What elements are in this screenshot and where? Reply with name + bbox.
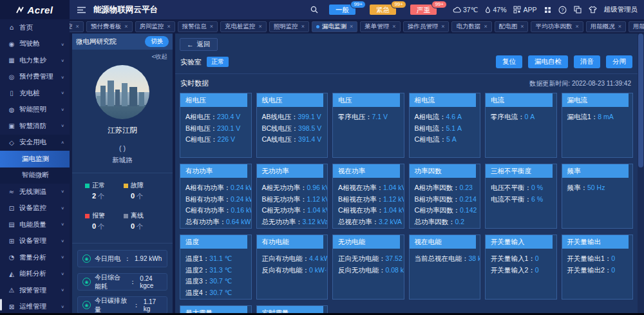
- sidebar-item[interactable]: ◇安全用电∧: [0, 135, 70, 151]
- status-count-label: 报警: [85, 211, 124, 220]
- theme-shirt-icon[interactable]: [589, 6, 597, 14]
- help-icon[interactable]: ?: [558, 6, 567, 14]
- alarm-badges: 一般99+紧急99+严重99+: [329, 5, 437, 15]
- tab-close-icon[interactable]: ×: [124, 23, 128, 30]
- tab[interactable]: 用能报表×: [629, 21, 644, 32]
- sidebar-item[interactable]: ▤电能质量∨: [0, 216, 70, 233]
- app-qr[interactable]: APP: [513, 6, 536, 14]
- action-button[interactable]: 复位: [496, 55, 522, 68]
- metric-value: 0.16 kW: [231, 206, 252, 214]
- metric-value: 230.1 V: [217, 124, 240, 132]
- sidebar-item[interactable]: ⊞设备管理∨: [0, 233, 70, 250]
- metric-row: C相视在功率：1.04 kVA: [338, 205, 399, 216]
- fullscreen-icon[interactable]: [544, 6, 551, 14]
- metric-row: C相电流：5 A: [415, 134, 475, 146]
- device-status-badge: 正常: [207, 57, 229, 67]
- metric-card-body: A相功率因数：0.23B相功率因数：0.214C相功率因数：0.142总功率因数…: [410, 178, 480, 229]
- tab[interactable]: 漏电监测×: [312, 21, 357, 32]
- tab-close-icon[interactable]: ×: [350, 23, 353, 30]
- vertical-scrollbar[interactable]: [638, 33, 644, 313]
- metric-card-title: 视在功率: [333, 164, 400, 178]
- switch-site-button[interactable]: 切换: [145, 36, 169, 47]
- metric-row: A相有功功率：0.24 kW: [185, 182, 246, 194]
- vertical-scrollbar-thumb[interactable]: [638, 33, 643, 167]
- status-label-text: 报警: [92, 211, 105, 220]
- sidebar-item[interactable]: ▦电力集抄∨: [0, 52, 70, 69]
- copy-pages-icon[interactable]: [574, 6, 582, 14]
- tab-close-icon[interactable]: ×: [210, 23, 213, 30]
- tab-close-icon[interactable]: ×: [520, 23, 524, 30]
- sidebar-item[interactable]: ◎预付费管理∨: [0, 69, 70, 86]
- tab-close-icon[interactable]: ×: [76, 23, 79, 30]
- tab-close-icon[interactable]: ×: [259, 23, 262, 30]
- metric-card: 相电流A相电流：4.6 AB相电流：5.1 AC相电流：5 A: [409, 93, 481, 158]
- metric-value: 0: [535, 266, 539, 274]
- metric-row: 总有功功率：0.64 kW: [185, 216, 246, 228]
- sidebar-item[interactable]: ◍智能照明∨: [0, 102, 70, 119]
- metric-card-title: 开关量输入: [486, 235, 553, 249]
- sidebar-scrollbar-thumb[interactable]: [0, 299, 2, 310]
- tab[interactable]: 配电图×: [495, 21, 529, 32]
- sidebar-item[interactable]: ⚠报警管理∨: [0, 282, 70, 299]
- metric-label: A相电流: [415, 113, 440, 120]
- alarm-badge[interactable]: 严重99+: [410, 5, 437, 15]
- tab-close-icon[interactable]: ×: [392, 23, 395, 30]
- sidebar-item[interactable]: ⊡设备监控∨: [0, 200, 70, 217]
- metric-value: 0 kW·h: [309, 266, 328, 274]
- tab-close-icon[interactable]: ×: [575, 23, 578, 30]
- sidebar-item[interactable]: ▣智慧消防∨: [0, 118, 70, 135]
- sidebar-item[interactable]: ⊠运维管理∨: [0, 299, 70, 315]
- collapse-panel-link[interactable]: <收起: [72, 50, 173, 61]
- tab[interactable]: 电力数据×: [451, 21, 491, 32]
- tab[interactable]: 报警信息×: [178, 21, 218, 32]
- menu-fold-icon[interactable]: [77, 6, 86, 14]
- tab[interactable]: 菜单管理×: [360, 21, 400, 32]
- sidebar-subitem[interactable]: 漏电监测: [0, 151, 70, 167]
- metric-label: A相无功功率: [262, 184, 301, 191]
- action-button[interactable]: 漏电自检: [528, 55, 568, 68]
- alarm-badge[interactable]: 一般99+: [329, 5, 355, 15]
- metric-label: C相有功功率: [185, 206, 224, 214]
- metric-separator: ：: [292, 124, 299, 132]
- status-count-label: 正常: [85, 181, 124, 190]
- status-count-unit: 个: [98, 223, 104, 230]
- alarm-badge[interactable]: 紧急99+: [370, 5, 396, 15]
- search-icon[interactable]: [310, 6, 318, 14]
- sidebar-item[interactable]: ⌂首页: [0, 19, 70, 36]
- metric-card: 有功功率A相有功功率：0.24 kWB相有功功率：0.24 kWC相有功功率：0…: [180, 164, 252, 229]
- today-stat-sep: ：: [124, 254, 131, 263]
- tab-close-icon[interactable]: ×: [618, 23, 621, 30]
- tab-close-icon[interactable]: ×: [167, 23, 171, 30]
- tab[interactable]: 操作员管理×: [403, 21, 450, 32]
- back-button[interactable]: ←返回: [180, 38, 218, 51]
- sidebar-item[interactable]: ≈无线测温∨: [0, 184, 70, 200]
- sidebar-subitem[interactable]: 智能微断: [0, 167, 70, 184]
- sidebar-item[interactable]: ◉驾驶舱∨: [0, 36, 70, 53]
- metric-value: 398.5 V: [298, 124, 321, 132]
- sidebar-item[interactable]: ▯充电桩∨: [0, 85, 70, 102]
- tab[interactable]: 平均功率因数×: [531, 21, 583, 32]
- sidebar-item[interactable]: ◔需量分析∨: [0, 249, 70, 266]
- metric-label: B相电流: [415, 124, 440, 132]
- metric-label: 总有功功率: [185, 218, 220, 225]
- tab[interactable]: 控×: [70, 21, 84, 32]
- tab[interactable]: 照明监控×: [269, 21, 309, 32]
- tab-close-icon[interactable]: ×: [441, 23, 444, 30]
- tab[interactable]: 预付费看板×: [86, 21, 133, 32]
- action-button[interactable]: 分闸: [606, 55, 632, 68]
- tab[interactable]: 充电桩监控×: [220, 21, 267, 32]
- sidebar-item-label: 电能质量: [19, 220, 46, 229]
- tab-close-icon[interactable]: ×: [484, 23, 487, 30]
- metric-row: CA线电压：391.4 V: [262, 134, 323, 146]
- metric-value: 1.04 kVA: [383, 184, 404, 191]
- current-user[interactable]: 超级管理员: [604, 5, 638, 14]
- sidebar-item-label: 需量分析: [19, 253, 46, 262]
- tab[interactable]: 房间监控×: [135, 21, 175, 32]
- metric-card-body: 温度1：31.1 ℃温度2：31.3 ℃温度3：30.7 ℃温度4：30.7 ℃: [180, 249, 251, 300]
- tab-close-icon[interactable]: ×: [301, 23, 305, 30]
- sidebar-item[interactable]: ◭能耗分析∨: [0, 266, 70, 283]
- metric-card: 相电压A相电压：230.4 VB相电压：230.1 VC相电压：226 V: [180, 93, 252, 158]
- metric-card: 视在电能当前总视在电能：38 kW·h: [409, 234, 481, 300]
- tab[interactable]: 用能概况×: [586, 21, 626, 32]
- action-button[interactable]: 消音: [574, 55, 600, 68]
